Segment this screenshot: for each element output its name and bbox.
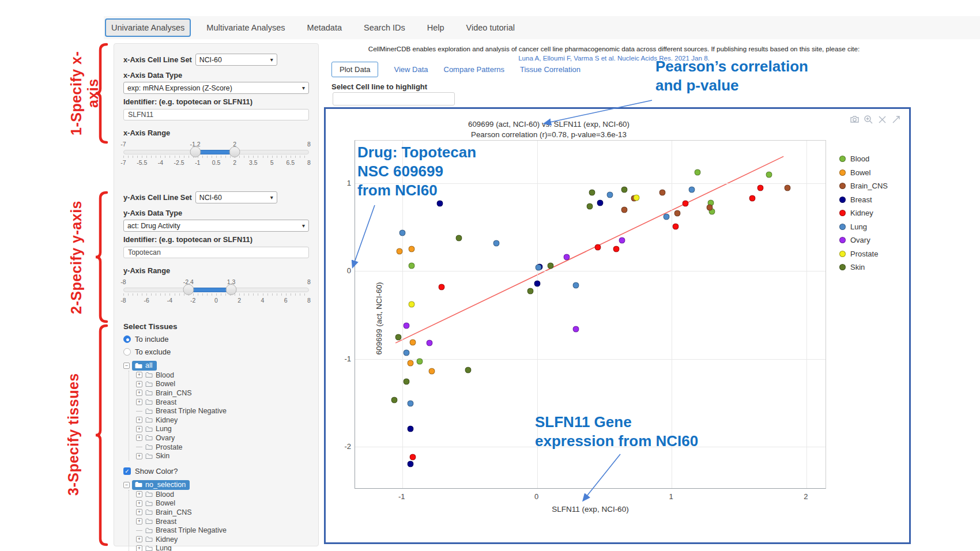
legend-label: Breast [850,195,872,204]
legend-item-kidney[interactable]: Kidney [839,206,888,220]
tree-item-bowel[interactable]: +Bowel [136,380,309,389]
tree-root-highlight[interactable]: no_selection [132,480,190,490]
expand-icon[interactable]: + [136,435,142,441]
y-data-type-select[interactable]: act: Drug Activity ▾ [123,220,309,232]
tree-item-bowel[interactable]: +Bowel [136,499,309,508]
tree-item-kidney[interactable]: +Kidney [136,535,309,544]
expand-icon[interactable]: + [136,500,142,507]
legend-label: Skin [850,263,865,271]
x-data-type-select[interactable]: exp: mRNA Expression (Z-Score) ▾ [123,82,309,94]
tissue-mode-radio-to-include[interactable]: To include [123,335,309,344]
tree-item-breast-triple-negative[interactable]: Breast Triple Negative [136,406,309,416]
tree-item-ovary[interactable]: +Ovary [136,433,309,443]
tree-item-blood[interactable]: +Blood [136,490,309,499]
y-range-slider[interactable]: -8-2.41.38-8-6-4-202468 [123,278,309,307]
expand-icon[interactable]: + [136,372,142,378]
expand-icon[interactable]: + [136,381,142,387]
nav-tab[interactable]: Help [421,18,451,37]
expand-icon[interactable]: + [136,545,142,551]
camera-icon[interactable] [850,115,860,124]
radio-icon[interactable] [123,335,131,343]
tree-item-brain_cns[interactable]: +Brain_CNS [136,388,309,398]
data-point-kidney [682,201,688,207]
tree-root-no_selection[interactable]: −no_selection [123,480,309,490]
expand-icon[interactable]: + [136,426,142,432]
tree-item-breast[interactable]: +Breast [136,398,309,407]
legend-item-prostate[interactable]: Prostate [839,247,888,261]
show-color-checkbox-row[interactable]: ✓ Show Color? [123,467,309,475]
citation-text: CellMinerCDB enables exploration and ana… [331,45,896,52]
expand-icon[interactable]: + [136,518,142,524]
slider-handle-low[interactable] [183,284,194,295]
tree-root-all[interactable]: −all [123,361,309,371]
nav-tab[interactable]: Video tutorial [460,18,521,37]
citation-link[interactable]: Luna A, Elloumi F, Varma S et al. Nuclei… [331,54,896,62]
checkbox-check-icon[interactable]: ✓ [123,467,131,475]
nav-tab[interactable]: Metadata [301,18,348,37]
folder-icon [145,426,153,432]
tree-item-breast-triple-negative[interactable]: Breast Triple Negative [136,526,309,535]
pan-arrow-icon[interactable] [891,115,901,124]
tree-item-label: Bowel [156,499,175,507]
legend-item-brain_cns[interactable]: Brain_CNS [839,179,888,193]
folder-icon [145,545,153,551]
slider-tick-label: -7 [120,159,126,166]
legend-item-breast[interactable]: Breast [839,193,888,207]
tree-item-blood[interactable]: +Blood [136,371,309,380]
expand-icon[interactable]: + [136,509,142,515]
slider-handle-low[interactable] [190,146,201,157]
tree-item-breast[interactable]: +Breast [136,517,309,526]
x-range-slider[interactable]: -7-1.228-7-5.5-4-2.5-10.523.556.58 [123,141,309,169]
collapse-icon[interactable]: − [123,363,130,369]
x-tick-label: 0 [534,492,538,501]
slider-handle-high[interactable] [229,146,240,157]
expand-icon[interactable]: + [136,417,142,423]
expand-icon[interactable]: + [136,536,142,542]
x-identifier-input[interactable] [123,109,309,120]
y-identifier-input[interactable] [123,247,309,258]
plot-tab[interactable]: Plot Data [331,62,378,77]
close-icon[interactable] [877,115,887,124]
nav-tab[interactable]: Univariate Analyses [105,18,191,37]
tree-item-lung[interactable]: +Lung [136,425,309,434]
zoom-in-icon[interactable] [864,115,873,124]
radio-icon[interactable] [123,348,131,356]
expand-icon[interactable]: + [136,390,142,396]
x-cell-line-set-select[interactable]: NCI-60 ▾ [195,54,277,66]
plot-tab[interactable]: Tissue Correlation [520,65,581,74]
legend-item-skin[interactable]: Skin [839,261,888,274]
tree-item-lung[interactable]: +Lung [136,544,309,551]
legend-item-ovary[interactable]: Ovary [839,233,888,247]
nav-tab[interactable]: Multivariate Analyses [200,18,291,37]
data-point-lung [689,187,695,193]
legend-item-lung[interactable]: Lung [839,220,888,234]
data-point-skin [589,189,595,195]
slider-track[interactable] [123,288,309,292]
tree-item-prostate[interactable]: Prostate [136,443,309,452]
expand-icon[interactable]: + [136,491,142,497]
tree-item-kidney[interactable]: +Kidney [136,416,309,425]
tissue-mode-radio-to-exclude[interactable]: To exclude [123,348,309,356]
tree-root-highlight[interactable]: all [132,361,157,371]
plot-tab[interactable]: View Data [394,65,428,74]
expand-icon[interactable]: + [136,453,142,459]
collapse-icon[interactable]: − [123,482,130,488]
tree-connector [136,530,142,531]
expand-icon[interactable]: + [136,399,142,405]
data-point-skin [465,367,472,373]
legend-item-blood[interactable]: Blood [839,152,888,166]
tree-root-label: no_selection [145,481,186,489]
y-cell-line-set-select[interactable]: NCI-60 ▾ [195,191,277,203]
tree-item-brain_cns[interactable]: +Brain_CNS [136,508,309,517]
highlight-cell-line-input[interactable] [333,92,455,105]
tree-item-skin[interactable]: +Skin [136,451,309,461]
slider-handle-high[interactable] [226,284,237,295]
legend-label: Lung [850,222,867,231]
nav-tab[interactable]: Search IDs [357,18,412,37]
plot-tab[interactable]: Compare Patterns [444,65,505,74]
y-axis-title: 609699 (act, NCI-60) [375,282,383,354]
brace-step2 [94,191,109,323]
slider-track[interactable] [123,150,309,154]
legend-item-bowel[interactable]: Bowel [839,166,888,180]
tree-item-label: Blood [156,371,174,379]
